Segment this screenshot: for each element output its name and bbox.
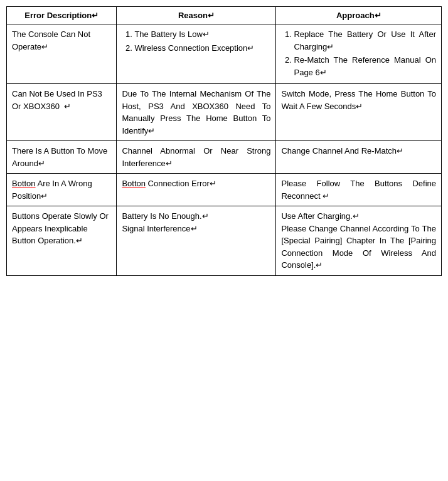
- error-table: Error Description↵ Reason↵ Approach↵ The…: [6, 6, 442, 276]
- approach-list-1: Replace The Battery Or Use It After Char…: [281, 28, 436, 78]
- approach-text-5: Use After Charging.↵Please Change Channe…: [281, 211, 436, 270]
- reason-item: The Battery Is Low↵: [134, 28, 270, 41]
- approach-cell-3: Change Channel And Re-Match↵: [276, 141, 442, 174]
- reason-text-2: Due To The Internal Mechanism Of The Hos…: [122, 89, 270, 135]
- error-text-2: Can Not Be Used In PS3 Or XBOX360 ↵: [12, 89, 102, 111]
- reason-cell-2: Due To The Internal Mechanism Of The Hos…: [117, 84, 276, 141]
- table-row: There Is A Button To Move Around↵ Channe…: [7, 141, 442, 174]
- approach-cell-4: Please Follow The Buttons Define Reconne…: [276, 174, 442, 206]
- error-cell-4: Botton Are In A Wrong Position↵: [7, 174, 117, 206]
- table-row: Botton Are In A Wrong Position↵ Botton C…: [7, 174, 442, 206]
- error-cell-2: Can Not Be Used In PS3 Or XBOX360 ↵: [7, 84, 117, 141]
- table-row: The Console Can Not Operate↵ The Battery…: [7, 24, 442, 84]
- reason-cell-3: Channel Abnormal Or Near Strong Interfer…: [117, 141, 276, 174]
- reason-item: Wireless Connection Exception↵: [134, 42, 270, 55]
- reason-text-4: Botton Connection Error↵: [122, 179, 216, 188]
- header-error: Error Description↵: [7, 7, 117, 24]
- approach-item: Re-Match The Reference Manual On Page 6↵: [294, 54, 436, 78]
- table-row: Buttons Operate Slowly Or Appears Inexpl…: [7, 206, 442, 276]
- reason-cell-5: Battery Is No Enough.↵ Signal Interferen…: [117, 206, 276, 276]
- reason-text-3: Channel Abnormal Or Near Strong Interfer…: [122, 146, 270, 168]
- error-cell-5: Buttons Operate Slowly Or Appears Inexpl…: [7, 206, 117, 276]
- approach-text-2: Switch Mode, Press The Home Button To Wa…: [281, 89, 436, 111]
- error-text-1: The Console Can Not Operate↵: [12, 29, 90, 51]
- header-reason: Reason↵: [117, 7, 276, 24]
- reason-text-5b: Signal Interference↵: [122, 224, 197, 233]
- reason-list-1: The Battery Is Low↵ Wireless Connection …: [122, 28, 270, 54]
- approach-item: Replace The Battery Or Use It After Char…: [294, 28, 436, 53]
- error-text-5: Buttons Operate Slowly Or Appears Inexpl…: [12, 211, 109, 245]
- header-approach: Approach↵: [276, 7, 442, 24]
- reason-cell-4: Botton Connection Error↵: [117, 174, 276, 206]
- approach-cell-1: Replace The Battery Or Use It After Char…: [276, 24, 442, 84]
- approach-text-4: Please Follow The Buttons Define Reconne…: [281, 179, 436, 201]
- error-cell-3: There Is A Button To Move Around↵: [7, 141, 117, 174]
- error-cell-1: The Console Can Not Operate↵: [7, 24, 117, 84]
- reason-cell-1: The Battery Is Low↵ Wireless Connection …: [117, 24, 276, 84]
- error-text-4: Botton Are In A Wrong Position↵: [12, 179, 92, 201]
- approach-cell-2: Switch Mode, Press The Home Button To Wa…: [276, 84, 442, 141]
- table-row: Can Not Be Used In PS3 Or XBOX360 ↵ Due …: [7, 84, 442, 141]
- approach-cell-5: Use After Charging.↵Please Change Channe…: [276, 206, 442, 276]
- reason-text-5a: Battery Is No Enough.↵: [122, 211, 208, 221]
- error-text-3: There Is A Button To Move Around↵: [12, 146, 107, 168]
- approach-text-3: Change Channel And Re-Match↵: [281, 146, 403, 156]
